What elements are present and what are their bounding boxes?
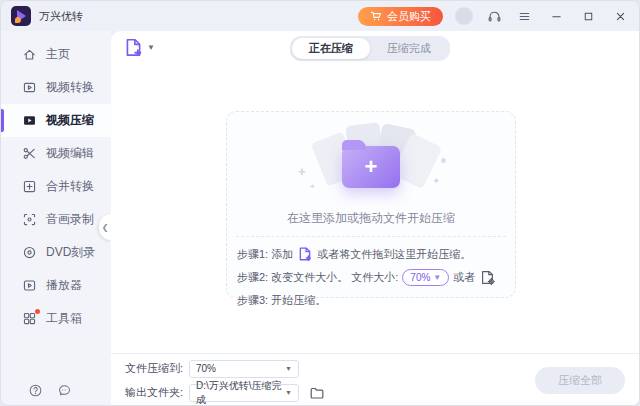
toolbox-icon-wrap	[22, 311, 37, 326]
maximize-button[interactable]	[579, 7, 597, 25]
size-settings-button[interactable]	[479, 269, 496, 286]
step3-text: 步骤3: 开始压缩。	[237, 293, 326, 308]
file-drop-zone[interactable]: + + ✦ + 在这里添加或拖动文件开始压缩 步骤1: 添加 或者将文件拖到这里…	[226, 111, 516, 298]
tab-compressing[interactable]: 正在压缩	[292, 38, 370, 59]
close-button[interactable]	[611, 7, 629, 25]
step-1: 步骤1: 添加 或者将文件拖到这里开始压缩。	[237, 245, 505, 263]
sidebar-footer	[27, 382, 72, 398]
step-2: 步骤2: 改变文件大小。 文件大小: 70% ▼ 或者	[237, 268, 505, 286]
compress-tabs: 正在压缩 压缩完成	[290, 36, 450, 61]
sidebar-item-label: DVD刻录	[46, 244, 95, 261]
sidebar-item-video-convert[interactable]: 视频转换	[1, 71, 111, 104]
compress-to-row: 文件压缩到: 70% ▼	[125, 360, 327, 378]
user-icon	[455, 7, 473, 25]
app-logo-icon	[11, 6, 31, 26]
headset-icon	[487, 9, 502, 24]
chevron-down-icon: ▼	[147, 43, 155, 52]
sidebar-item-toolbox[interactable]: 工具箱	[1, 302, 111, 335]
add-file-icon	[297, 246, 313, 262]
sidebar-item-merge-convert[interactable]: 合并转换	[1, 170, 111, 203]
step2-suffix: 或者	[453, 270, 475, 285]
add-file-button[interactable]: ▼	[123, 37, 155, 58]
player-icon	[22, 278, 37, 293]
compress-to-select[interactable]: 70% ▼	[189, 360, 299, 378]
open-folder-button[interactable]	[309, 384, 327, 402]
file-size-dropdown[interactable]: 70% ▼	[402, 269, 449, 286]
step1-prefix: 步骤1: 添加	[237, 247, 293, 262]
home-icon	[22, 47, 37, 62]
footer-bar: 文件压缩到: 70% ▼ 输出文件夹: D:\万兴优转\压缩完成 ▼	[111, 353, 639, 406]
titlebar: 万兴优转 会员购买	[1, 1, 639, 31]
sidebar-item-label: 音画录制	[46, 211, 94, 228]
titlebar-actions: 会员购买	[358, 7, 629, 26]
help-icon	[28, 383, 43, 398]
compress-all-button[interactable]: 压缩全部	[535, 367, 625, 394]
record-icon	[22, 212, 37, 227]
sidebar-item-label: 工具箱	[46, 310, 82, 327]
tab-completed[interactable]: 压缩完成	[370, 38, 448, 59]
feedback-button[interactable]	[56, 382, 72, 398]
scissors-icon	[22, 146, 37, 161]
folder-illustration: + + ✦ +	[296, 124, 446, 204]
sidebar-item-label: 视频压缩	[46, 112, 94, 129]
close-icon	[614, 10, 627, 23]
main-menu-button[interactable]	[515, 7, 533, 25]
disc-icon	[22, 245, 37, 260]
sidebar-item-player[interactable]: 播放器	[1, 269, 111, 302]
logo-flame-shape	[15, 17, 21, 23]
new-badge-dot	[35, 309, 40, 314]
video-compress-icon	[22, 113, 37, 128]
step-3: 步骤3: 开始压缩。	[237, 291, 505, 309]
support-headset-button[interactable]	[485, 7, 503, 25]
compress-to-value: 70%	[196, 363, 216, 374]
dropzone-hint: 在这里添加或拖动文件开始压缩	[227, 210, 515, 227]
steps-instructions: 步骤1: 添加 或者将文件拖到这里开始压缩。 步骤2: 改变文件大小。 文件大小…	[227, 237, 515, 309]
add-folder-icon: +	[342, 146, 400, 188]
compress-to-label: 文件压缩到:	[125, 361, 189, 376]
output-folder-row: 输出文件夹: D:\万兴优转\压缩完成 ▼	[125, 384, 327, 402]
sidebar-item-video-compress[interactable]: 视频压缩	[1, 104, 111, 137]
sidebar-item-record[interactable]: 音画录制	[1, 203, 111, 236]
sidebar-item-dvd-burn[interactable]: DVD刻录	[1, 236, 111, 269]
add-file-icon	[123, 37, 144, 58]
step1-suffix: 或者将文件拖到这里开始压缩。	[317, 247, 471, 262]
sparkle-decoration: +	[310, 182, 315, 191]
feedback-icon	[57, 383, 72, 398]
sparkle-decoration: ✦	[432, 176, 440, 186]
file-gear-icon	[479, 269, 496, 286]
sidebar-item-label: 播放器	[46, 277, 82, 294]
output-folder-select[interactable]: D:\万兴优转\压缩完成 ▼	[189, 384, 299, 402]
minimize-button[interactable]	[547, 7, 565, 25]
chevron-down-icon: ▼	[433, 273, 441, 282]
app-title: 万兴优转	[39, 9, 83, 24]
minimize-icon	[550, 10, 563, 23]
output-folder-label: 输出文件夹:	[125, 385, 189, 400]
maximize-icon	[582, 10, 595, 23]
step2-prefix: 步骤2: 改变文件大小。 文件大小:	[237, 270, 398, 285]
sidebar-item-label: 合并转换	[46, 178, 94, 195]
sidebar-item-label: 主页	[46, 46, 70, 63]
sidebar-item-home[interactable]: 主页	[1, 38, 111, 71]
membership-buy-button[interactable]: 会员购买	[358, 7, 443, 26]
chevron-down-icon: ▼	[285, 365, 292, 372]
sidebar: 主页 视频转换 视频压缩 视频编辑 合并转换 音画录制	[1, 31, 111, 406]
main-panel: ▼ 正在压缩 压缩完成 + + ✦	[111, 31, 639, 406]
plus-icon: +	[342, 146, 400, 188]
sparkle-decoration	[441, 158, 446, 163]
account-avatar[interactable]	[455, 7, 473, 25]
main-toolbar: ▼ 正在压缩 压缩完成	[111, 31, 639, 63]
buy-button-label: 会员购买	[387, 9, 431, 24]
sidebar-item-label: 视频编辑	[46, 145, 94, 162]
sidebar-item-label: 视频转换	[46, 79, 94, 96]
video-convert-icon	[22, 80, 37, 95]
cart-icon	[370, 10, 382, 22]
sidebar-item-video-edit[interactable]: 视频编辑	[1, 137, 111, 170]
sparkle-decoration: +	[298, 164, 306, 179]
help-button[interactable]	[27, 382, 43, 398]
app-window: 万兴优转 会员购买	[0, 0, 640, 406]
chevron-down-icon: ▼	[285, 389, 292, 396]
output-folder-value: D:\万兴优转\压缩完成	[196, 379, 285, 406]
menu-icon	[517, 9, 532, 24]
window-body: 主页 视频转换 视频压缩 视频编辑 合并转换 音画录制	[1, 31, 639, 406]
folder-icon	[309, 385, 325, 401]
